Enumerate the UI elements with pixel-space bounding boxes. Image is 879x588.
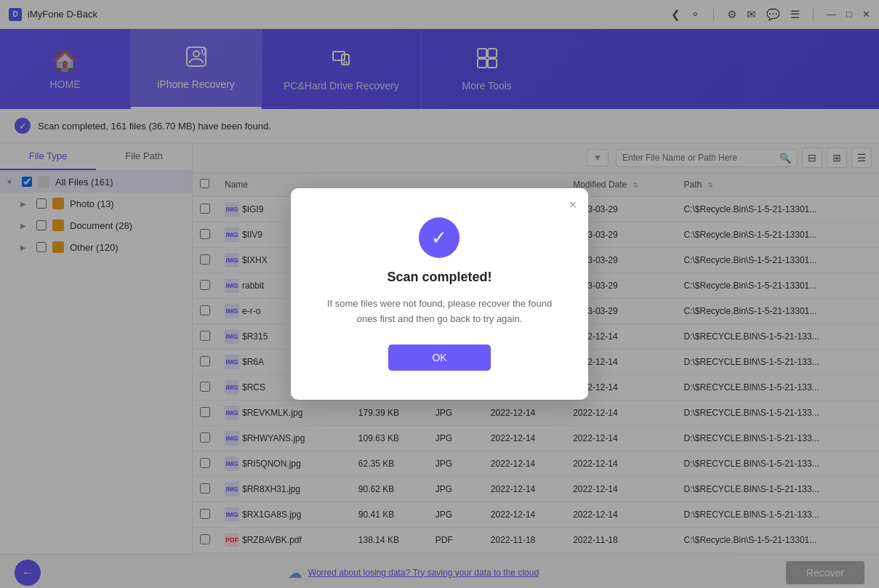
modal-title: Scan completed! [387, 270, 491, 285]
modal-description: If some files were not found, please rec… [327, 297, 552, 327]
modal-ok-button[interactable]: OK [388, 345, 490, 371]
modal-close-button[interactable]: × [569, 198, 577, 212]
modal-check-icon: ✓ [419, 217, 459, 258]
scan-complete-modal: × ✓ Scan completed! If some files were n… [291, 188, 588, 400]
modal-overlay: × ✓ Scan completed! If some files were n… [0, 0, 879, 588]
